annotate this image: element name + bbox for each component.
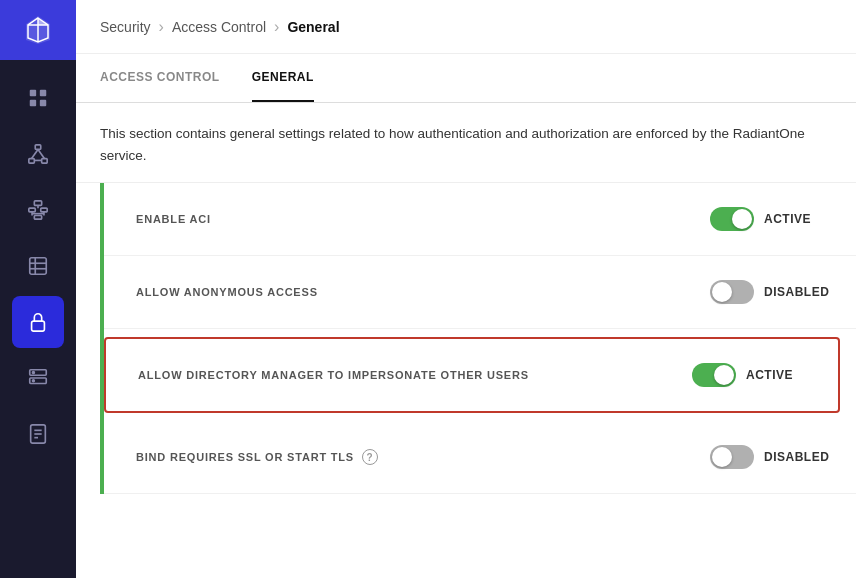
breadcrumb: Security › Access Control › General — [76, 0, 856, 54]
svg-line-13 — [38, 149, 44, 158]
settings-list: ENABLE ACI ACTIVE ALLOW ANONYMOUS ACCESS — [76, 183, 856, 578]
svg-point-31 — [33, 380, 35, 382]
sidebar-nav — [0, 60, 76, 460]
sidebar-item-topology[interactable] — [12, 128, 64, 180]
impersonate-control: ACTIVE — [692, 363, 814, 387]
sidebar — [0, 0, 76, 578]
tabs-bar: ACCESS CONTROL GENERAL — [76, 54, 856, 103]
svg-rect-8 — [40, 100, 46, 106]
server-icon — [27, 367, 49, 389]
table-icon — [27, 255, 49, 277]
sidebar-item-dashboard[interactable] — [12, 72, 64, 124]
bind-ssl-control: DISABLED — [710, 445, 832, 469]
setting-row-bind-ssl: BIND REQUIRES SSL OR START TLS ? DISABLE… — [104, 421, 856, 494]
svg-rect-7 — [30, 100, 36, 106]
enable-aci-control: ACTIVE — [710, 207, 832, 231]
enable-aci-label: ENABLE ACI — [136, 213, 211, 225]
svg-rect-18 — [34, 216, 41, 220]
sidebar-item-security[interactable] — [12, 296, 64, 348]
svg-rect-27 — [32, 321, 45, 331]
setting-row-anonymous-access: ALLOW ANONYMOUS ACCESS DISABLED — [104, 256, 856, 329]
impersonate-thumb — [714, 365, 734, 385]
tree-icon — [27, 199, 49, 221]
page-description: This section contains general settings r… — [76, 103, 856, 183]
enable-aci-toggle[interactable] — [710, 207, 754, 231]
svg-point-30 — [33, 372, 35, 374]
anonymous-access-label: ALLOW ANONYMOUS ACCESS — [136, 286, 318, 298]
sidebar-item-tree[interactable] — [12, 184, 64, 236]
bind-ssl-toggle[interactable] — [710, 445, 754, 469]
svg-rect-6 — [40, 90, 46, 96]
anonymous-access-track[interactable] — [710, 280, 754, 304]
logo-icon — [22, 14, 54, 46]
svg-rect-11 — [42, 159, 47, 164]
svg-rect-23 — [30, 258, 47, 275]
impersonate-status: ACTIVE — [746, 368, 814, 382]
svg-rect-17 — [41, 208, 47, 212]
tab-general[interactable]: GENERAL — [252, 54, 314, 102]
enable-aci-status: ACTIVE — [764, 212, 832, 226]
breadcrumb-security[interactable]: Security — [100, 19, 151, 35]
breadcrumb-access-control[interactable]: Access Control — [172, 19, 266, 35]
bind-ssl-thumb — [712, 447, 732, 467]
bind-ssl-label: BIND REQUIRES SSL OR START TLS ? — [136, 449, 378, 465]
sidebar-item-table[interactable] — [12, 240, 64, 292]
svg-rect-10 — [29, 159, 34, 164]
svg-rect-15 — [34, 201, 41, 206]
svg-rect-5 — [30, 90, 36, 96]
svg-rect-9 — [35, 145, 41, 150]
main-content: Security › Access Control › General ACCE… — [76, 0, 856, 578]
grid-icon — [27, 87, 49, 109]
impersonate-track[interactable] — [692, 363, 736, 387]
app-logo — [0, 0, 76, 60]
sidebar-item-server[interactable] — [12, 352, 64, 404]
lock-icon — [27, 311, 49, 333]
docs-icon — [27, 423, 49, 445]
breadcrumb-current: General — [287, 19, 339, 35]
sidebar-item-docs[interactable] — [12, 408, 64, 460]
topology-icon — [27, 143, 49, 165]
bind-ssl-info-icon[interactable]: ? — [362, 449, 378, 465]
bind-ssl-status: DISABLED — [764, 450, 832, 464]
anonymous-access-toggle[interactable] — [710, 280, 754, 304]
bind-ssl-track[interactable] — [710, 445, 754, 469]
enable-aci-track[interactable] — [710, 207, 754, 231]
anonymous-access-control: DISABLED — [710, 280, 832, 304]
setting-row-enable-aci: ENABLE ACI ACTIVE — [104, 183, 856, 256]
tab-access-control[interactable]: ACCESS CONTROL — [100, 54, 220, 102]
anonymous-access-thumb — [712, 282, 732, 302]
impersonate-label: ALLOW DIRECTORY MANAGER TO IMPERSONATE O… — [138, 369, 529, 381]
enable-aci-thumb — [732, 209, 752, 229]
breadcrumb-sep-2: › — [274, 18, 279, 36]
svg-line-12 — [32, 149, 38, 158]
breadcrumb-sep-1: › — [159, 18, 164, 36]
settings-section: ENABLE ACI ACTIVE ALLOW ANONYMOUS ACCESS — [100, 183, 856, 494]
anonymous-access-status: DISABLED — [764, 285, 832, 299]
impersonate-toggle[interactable] — [692, 363, 736, 387]
setting-row-impersonate: ALLOW DIRECTORY MANAGER TO IMPERSONATE O… — [104, 337, 840, 413]
svg-rect-16 — [29, 208, 35, 212]
